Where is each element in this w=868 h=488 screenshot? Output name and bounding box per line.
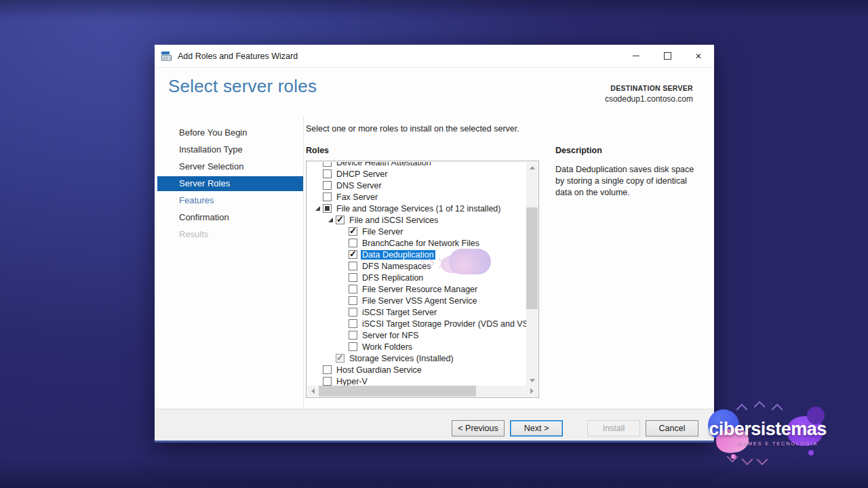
previous-button[interactable]: < Previous (452, 420, 505, 436)
window-controls: ✕ (620, 45, 714, 67)
sidebar-item-before-you-begin[interactable]: Before You Begin (157, 124, 303, 141)
scroll-right-button[interactable] (526, 386, 538, 396)
role-checkbox[interactable] (349, 262, 357, 270)
role-row[interactable]: Host Guardian Service (307, 364, 526, 375)
role-row[interactable]: File and Storage Services (1 of 12 insta… (307, 203, 526, 214)
role-checkbox[interactable] (323, 365, 332, 374)
next-button[interactable]: Next > (510, 420, 563, 436)
wizard-footer: < Previous Next > Install Cancel (155, 409, 714, 441)
role-checkbox[interactable] (349, 250, 357, 259)
destination-server-name: csodedup1.contoso.com (605, 94, 693, 104)
close-icon: ✕ (695, 52, 702, 60)
sidebar-item-results: Results (157, 226, 303, 243)
chevron-decoration-icon (757, 454, 768, 466)
triangle-left-icon (311, 388, 315, 394)
role-row[interactable]: DFS Namespaces (307, 260, 526, 272)
chevron-decoration-icon (727, 451, 738, 463)
roles-tree: Device Health Attestation DHCP Server DN… (307, 162, 526, 386)
role-row[interactable]: File Server (307, 226, 526, 237)
wizard-app-icon (161, 50, 172, 62)
role-row[interactable]: File and iSCSI Services (307, 214, 526, 226)
horizontal-scrollbar[interactable] (307, 386, 538, 396)
sidebar-item-server-roles[interactable]: Server Roles (157, 176, 303, 191)
vertical-scroll-thumb[interactable] (526, 207, 538, 309)
window-title: Add Roles and Features Wizard (178, 52, 298, 61)
role-row-data-deduplication[interactable]: Data Deduplication (307, 249, 526, 260)
brand-blob-purple (787, 416, 823, 446)
role-checkbox[interactable] (336, 216, 344, 224)
role-checkbox[interactable] (349, 319, 357, 328)
role-row[interactable]: DNS Server (307, 180, 526, 191)
horizontal-scroll-thumb[interactable] (319, 386, 476, 396)
role-label: File Server VSS Agent Service (361, 296, 479, 306)
role-label: BranchCache for Network Files (361, 239, 481, 248)
role-label: Server for NFS (361, 331, 420, 340)
role-row[interactable]: iSCSI Target Storage Provider (VDS and V… (307, 318, 526, 329)
role-label: File Server Resource Manager (361, 285, 479, 294)
role-row[interactable]: File Server VSS Agent Service (307, 295, 526, 306)
role-checkbox[interactable] (349, 239, 357, 247)
role-checkbox[interactable] (349, 273, 357, 282)
minimize-button[interactable] (620, 45, 652, 67)
role-checkbox[interactable] (349, 296, 357, 305)
brand-blob-pink (715, 426, 751, 455)
role-checkbox[interactable] (323, 192, 332, 201)
sidebar-item-installation-type[interactable]: Installation Type (157, 141, 303, 158)
role-checkbox[interactable] (336, 354, 344, 363)
sidebar-item-server-selection[interactable]: Server Selection (157, 158, 303, 175)
role-row[interactable]: DHCP Server (307, 168, 526, 180)
destination-server-block: DESTINATION SERVER csodedup1.contoso.com (605, 84, 693, 104)
role-checkbox[interactable] (349, 342, 357, 351)
chevron-decoration-icon (736, 404, 748, 415)
description-title: Description (555, 146, 602, 155)
scroll-left-button[interactable] (307, 386, 319, 396)
role-row[interactable]: Server for NFS (307, 329, 526, 341)
chevron-decoration-icon (772, 404, 783, 415)
brand-dot (808, 450, 814, 455)
maximize-button[interactable] (652, 45, 683, 67)
role-row[interactable]: iSCSI Target Server (307, 306, 526, 318)
expander-icon[interactable] (312, 206, 323, 211)
role-checkbox[interactable] (323, 169, 332, 178)
role-row[interactable]: File Server Resource Manager (307, 283, 526, 295)
brand-blob-dark-purple (807, 407, 825, 424)
role-row[interactable]: Hyper-V (307, 375, 526, 386)
scroll-up-button[interactable] (526, 162, 538, 173)
role-row[interactable]: Fax Server (307, 191, 526, 203)
role-row[interactable]: BranchCache for Network Files (307, 237, 526, 249)
roles-list-viewport: Device Health Attestation DHCP Server DN… (307, 162, 526, 386)
wizard-window: Add Roles and Features Wizard ✕ Select s… (155, 45, 714, 443)
role-label: File and Storage Services (1 of 12 insta… (335, 204, 502, 214)
triangle-right-icon (530, 388, 534, 394)
expander-icon[interactable] (325, 218, 336, 222)
close-button[interactable]: ✕ (683, 45, 714, 67)
sidebar-item-confirmation[interactable]: Confirmation (157, 209, 303, 226)
titlebar: Add Roles and Features Wizard ✕ (155, 45, 714, 68)
roles-listbox: Device Health Attestation DHCP Server DN… (306, 161, 539, 398)
role-checkbox[interactable] (349, 331, 357, 340)
triangle-down-icon (530, 379, 535, 382)
role-checkbox[interactable] (323, 162, 332, 167)
description-text: Data Deduplication saves disk space by s… (555, 164, 694, 199)
role-row[interactable]: Device Health Attestation (307, 162, 526, 168)
role-checkbox[interactable] (349, 285, 357, 293)
role-row[interactable]: DFS Replication (307, 272, 526, 283)
wizard-nav-sidebar: Before You Begin Installation Type Serve… (157, 124, 303, 243)
role-label: File and iSCSI Services (348, 216, 439, 225)
role-checkbox[interactable] (349, 308, 357, 317)
role-checkbox[interactable] (349, 227, 357, 236)
cancel-button[interactable]: Cancel (646, 420, 698, 436)
role-label: DFS Namespaces (361, 262, 432, 271)
role-label: DNS Server (335, 181, 383, 190)
vertical-scrollbar[interactable] (526, 162, 538, 386)
role-row[interactable]: Work Folders (307, 341, 526, 352)
triangle-up-icon (530, 166, 535, 169)
role-label: Data Deduplication (361, 250, 435, 260)
role-checkbox[interactable] (323, 181, 332, 190)
role-checkbox[interactable] (323, 204, 332, 213)
role-row[interactable]: Storage Services (Installed) (307, 352, 526, 364)
scroll-down-button[interactable] (526, 375, 538, 386)
role-checkbox[interactable] (323, 377, 332, 386)
sidebar-item-features[interactable]: Features (157, 192, 303, 209)
role-label: DHCP Server (335, 169, 389, 179)
